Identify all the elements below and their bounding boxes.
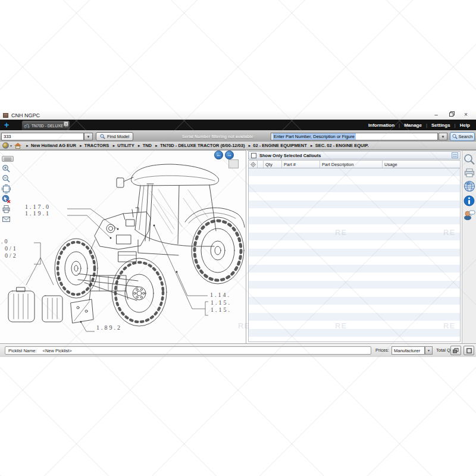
minimize-button[interactable]: – — [430, 111, 443, 120]
callout-1-17-0[interactable]: 1.17.0 — [25, 203, 51, 210]
callout-1-14[interactable]: 1.14. — [210, 292, 231, 298]
show-selected-checkbox[interactable] — [251, 153, 256, 158]
callout-0-1[interactable]: 0/1 — [5, 245, 18, 252]
gear-icon — [250, 162, 256, 167]
callout-1-89-2[interactable]: 1.89.2 — [96, 324, 122, 331]
market-caret-icon[interactable]: ▼ — [10, 144, 12, 148]
magnifier-icon — [100, 134, 105, 139]
tractor-illustration — [0, 151, 246, 344]
new-tab-button[interactable]: + — [4, 120, 9, 130]
info-icon[interactable] — [464, 195, 475, 206]
callout-0-2[interactable]: 0/2 — [5, 252, 18, 259]
crumb-arrow-icon: ► — [137, 144, 141, 148]
model-combo-arrow[interactable]: ▼ — [84, 133, 93, 140]
picklist-name-field[interactable]: Picklist Name: <New Picklist> — [5, 346, 371, 355]
search-tool-icon[interactable] — [464, 154, 475, 165]
cascade-icon — [453, 348, 459, 353]
model-search-input[interactable] — [1, 133, 84, 140]
crumb-tractors[interactable]: TRACTORS — [84, 143, 109, 148]
search-toolbar: ▼ Find Model Serial Number filtering not… — [0, 130, 476, 142]
part-number-column-header[interactable]: Part # — [282, 161, 320, 168]
market-globe-icon[interactable] — [2, 142, 9, 149]
show-selected-label: Show Only Selected Callouts — [259, 153, 321, 158]
user-feedback-icon[interactable] — [464, 209, 475, 220]
tractor-icon — [24, 123, 30, 129]
restore-icon — [449, 111, 455, 117]
callout-filter-bar: Show Only Selected Callouts — [248, 151, 461, 159]
prices-combo-arrow[interactable]: ▼ — [425, 346, 433, 355]
qty-column-header[interactable]: Qty — [264, 161, 282, 168]
zoom-in-icon[interactable] — [2, 164, 11, 173]
crumb-utility[interactable]: UTILITY — [117, 143, 134, 148]
breadcrumb: ▼ ► New Holland AG EUR ► TRACTORS ► UTIL… — [0, 142, 476, 150]
expand-picklist-button[interactable] — [464, 346, 474, 355]
close-button[interactable]: × — [459, 111, 472, 120]
search-button-label: Search — [459, 134, 473, 139]
part-combo-arrow[interactable]: ▼ — [439, 133, 447, 140]
copy-picklist-button[interactable] — [450, 346, 461, 355]
menu-separator: | — [399, 123, 400, 128]
tab-close-icon[interactable]: x — [64, 121, 68, 126]
crumb-model[interactable]: TN70D - DELUXE TRACTOR (6/00-12/03) — [160, 143, 245, 148]
window-title: CNH NGPC — [11, 112, 40, 118]
nav-back-button[interactable]: ← — [214, 151, 223, 159]
callout-pointer-off-icon[interactable] — [2, 195, 11, 203]
right-tool-strip — [462, 150, 476, 343]
menu-separator: | — [455, 123, 456, 128]
nav-forward-button[interactable]: → — [225, 151, 234, 159]
main-menu: Information | Manage | Settings | Help — [368, 120, 470, 130]
app-icon — [3, 113, 8, 118]
menu-manage[interactable]: Manage — [404, 123, 422, 128]
globe-icon[interactable] — [464, 180, 475, 192]
menu-help[interactable]: Help — [460, 123, 470, 128]
restore-button[interactable] — [445, 111, 458, 120]
crumb-arrow-icon: ► — [26, 144, 29, 148]
part-search-input[interactable]: Enter Part Number, Description or Figure — [271, 133, 438, 140]
email-icon[interactable] — [2, 215, 11, 224]
crumb-tnd[interactable]: TND — [143, 143, 152, 148]
status-bar: Picklist Name: <New Picklist> Prices: Ma… — [0, 343, 476, 357]
crumb-section[interactable]: 02 - ENGINE EQUIPMENT — [253, 143, 306, 148]
crumb-arrow-icon: ► — [310, 144, 314, 148]
cnh-ngpc-window: CNH NGPC – × + TN70D - DELUXE TRA... x I… — [0, 111, 476, 357]
print-tool-icon[interactable] — [464, 168, 475, 177]
parts-table-header: Qty Part # Part Description Usage — [249, 161, 460, 168]
part-description-column-header[interactable]: Part Description — [320, 161, 383, 168]
grid-view-icon[interactable] — [452, 152, 458, 158]
find-model-button[interactable]: Find Model — [96, 132, 133, 141]
crumb-arrow-icon: ► — [248, 144, 251, 148]
fit-to-view-icon[interactable] — [2, 184, 11, 193]
home-icon[interactable] — [14, 143, 21, 149]
magnifier-icon — [452, 134, 458, 139]
search-button[interactable]: Search — [450, 132, 475, 141]
crumb-brand[interactable]: New Holland AG EUR — [31, 143, 76, 148]
toolbar-grip-handle[interactable] — [2, 156, 14, 162]
tab-bar: + TN70D - DELUXE TRA... x Information | … — [0, 120, 476, 130]
picklist-value: <New Picklist> — [43, 348, 72, 353]
callout-1-19-1[interactable]: 1.19.1 — [25, 210, 51, 217]
serial-notice: Serial Number filtering not available — [182, 131, 253, 142]
callout-14-0[interactable]: 14.0 — [0, 238, 10, 245]
gear-column-header[interactable] — [249, 161, 258, 168]
parts-table: Qty Part # Part Description Usage — [248, 160, 461, 342]
find-model-label: Find Model — [107, 134, 129, 139]
prices-label: Prices: — [375, 344, 389, 358]
callout-1-15a[interactable]: 1.15. — [211, 299, 231, 306]
crumb-subsection[interactable]: SEC. 02 - ENGINE EQUIP. — [315, 143, 369, 148]
maximize-icon — [466, 348, 472, 353]
parts-table-body[interactable] — [249, 168, 460, 342]
select-column-header — [258, 161, 264, 168]
prices-select[interactable]: Manufacturer — [392, 346, 425, 355]
usage-column-header[interactable]: Usage — [383, 161, 460, 168]
crumb-arrow-icon: ► — [79, 144, 83, 148]
crumb-arrow-icon: ► — [155, 144, 158, 148]
menu-information[interactable]: Information — [368, 123, 394, 128]
diagram-tool-strip — [2, 156, 15, 225]
print-icon[interactable] — [2, 205, 11, 214]
menu-separator: | — [426, 123, 427, 128]
zoom-out-icon[interactable] — [2, 174, 11, 183]
tab-tn70d[interactable]: TN70D - DELUXE TRA... x — [21, 120, 70, 130]
picklist-label: Picklist Name: — [8, 348, 37, 353]
menu-settings[interactable]: Settings — [431, 123, 450, 128]
callout-1-15b[interactable]: 1.15. — [211, 306, 231, 313]
